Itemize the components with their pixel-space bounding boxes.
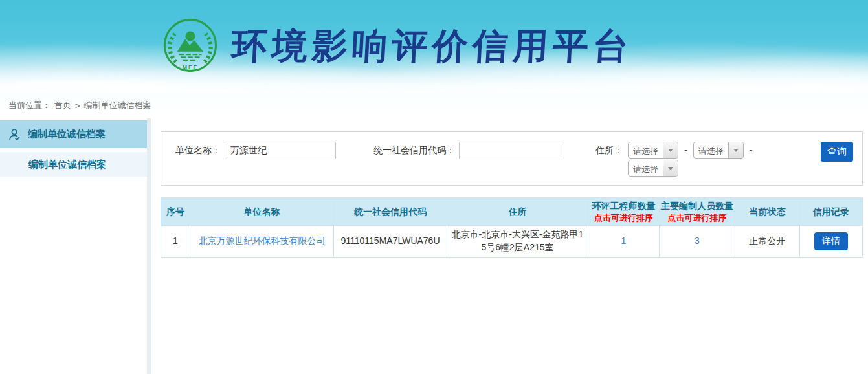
region-select-province[interactable]: 请选择 (628, 142, 678, 159)
search-button[interactable]: 查询 (821, 142, 853, 162)
detail-button[interactable]: 详情 (814, 232, 848, 250)
page-title: 环境影响评价信用平台 (230, 23, 634, 71)
col-header-status: 当前状态 (735, 198, 800, 226)
col-header-address: 住所 (447, 198, 588, 226)
cell-index: 1 (161, 226, 190, 257)
breadcrumb-current: 编制单位诚信档案 (84, 100, 151, 111)
region-select-district[interactable]: 请选择 (628, 160, 678, 177)
breadcrumb-home-link[interactable]: 首页 (54, 100, 71, 111)
site-header: MEE 环境影响评价信用平台 (0, 0, 868, 93)
breadcrumb: 当前位置： 首页 > 编制单位诚信档案 (0, 93, 868, 118)
region-select-city[interactable]: 请选择 (693, 142, 744, 159)
chevron-down-icon[interactable] (728, 142, 743, 158)
sort-hint: 点击可进行排序 (661, 212, 733, 224)
results-table: 序号 单位名称 统一社会信用代码 住所 环评工程师数量 点击可进行排序 主要编制… (161, 197, 863, 258)
engineer-count-link[interactable]: 1 (621, 236, 627, 246)
col-header-index: 序号 (161, 198, 190, 226)
sort-hint: 点击可进行排序 (590, 212, 658, 224)
sidebar-item-label: 编制单位诚信档案 (28, 159, 106, 171)
col-header-engineer-count-sort[interactable]: 环评工程师数量 点击可进行排序 (588, 198, 660, 226)
user-check-icon (8, 127, 22, 142)
staff-count-link[interactable]: 3 (695, 236, 700, 246)
region-dash: - (684, 145, 687, 155)
address-label: 住所： (595, 145, 623, 157)
region-province-value: 请选择 (629, 142, 663, 158)
table-header-row: 序号 单位名称 统一社会信用代码 住所 环评工程师数量 点击可进行排序 主要编制… (161, 198, 863, 226)
col-header-credit-code: 统一社会信用代码 (334, 198, 447, 226)
breadcrumb-separator: > (75, 101, 80, 111)
breadcrumb-prefix: 当前位置： (8, 100, 50, 111)
col-header-staff-count-sort[interactable]: 主要编制人员数量 点击可进行排序 (660, 198, 735, 226)
search-panel: 单位名称： 统一社会信用代码： 住所： 请选择 - (161, 131, 863, 186)
company-name-field: 单位名称： (175, 142, 336, 159)
address-field: 住所： 请选择 - 请选择 - (595, 142, 752, 177)
chevron-down-icon[interactable] (663, 160, 678, 176)
credit-code-label: 统一社会信用代码： (373, 145, 455, 157)
sidebar-item-archives[interactable]: 编制单位诚信档案 (0, 152, 147, 177)
chevron-down-icon[interactable] (663, 142, 678, 158)
credit-code-input[interactable] (459, 142, 564, 159)
credit-code-field: 统一社会信用代码： (373, 142, 564, 159)
col-header-credit-record: 信用记录 (800, 198, 863, 226)
cell-credit-code: 91110115MA7LWUA76U (334, 226, 447, 257)
logo-mee-text: MEE (183, 63, 198, 70)
table-row: 1 北京万源世纪环保科技有限公司 91110115MA7LWUA76U 北京市-… (161, 226, 863, 257)
region-city-value: 请选择 (694, 142, 728, 158)
company-name-input[interactable] (225, 142, 336, 159)
mee-logo-icon: MEE (162, 17, 219, 76)
company-link[interactable]: 北京万源世纪环保科技有限公司 (199, 236, 326, 246)
sidebar-group-archives[interactable]: 编制单位诚信档案 (0, 120, 147, 148)
cell-status: 正常公开 (735, 226, 800, 257)
company-name-label: 单位名称： (175, 145, 221, 157)
cell-address: 北京市-北京市-大兴区-金苑路甲15号6幢2层A215室 (447, 226, 588, 257)
region-dash: - (750, 145, 753, 155)
sidebar-group-label: 编制单位诚信档案 (28, 128, 106, 140)
main-content: 单位名称： 统一社会信用代码： 住所： 请选择 - (151, 118, 868, 374)
sidebar: 编制单位诚信档案 编制单位诚信档案 (0, 118, 147, 374)
region-district-value: 请选择 (629, 160, 663, 176)
col-header-company: 单位名称 (190, 198, 334, 226)
